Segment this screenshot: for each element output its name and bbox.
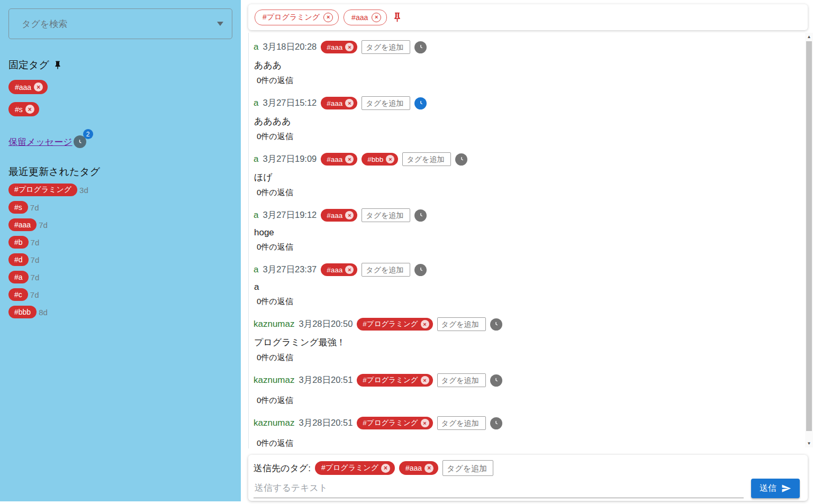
reply-count-link[interactable]: 0件の返信 <box>257 353 293 363</box>
message-add-tag-input[interactable] <box>362 208 410 222</box>
tag-chip[interactable]: #aaa <box>8 218 37 231</box>
message-timestamp: 3月28日20:50 <box>299 318 353 330</box>
schedule-clock-button[interactable] <box>490 318 502 331</box>
reply-count-link[interactable]: 0件の返信 <box>257 132 293 142</box>
tag-chip[interactable]: #プログラミング× <box>315 461 395 475</box>
remove-tag-icon[interactable]: × <box>345 155 354 163</box>
message-text-input[interactable] <box>254 481 744 498</box>
remove-tag-icon[interactable]: × <box>421 419 429 427</box>
remove-tag-icon[interactable]: × <box>372 13 381 22</box>
tag-chip[interactable]: #プログラミング <box>8 184 77 196</box>
recent-tag-row: #c7d <box>8 288 232 301</box>
scrollbar[interactable]: ▲ ▼ <box>805 33 813 447</box>
tag-chip[interactable]: #プログラミング× <box>357 417 432 429</box>
remove-tag-icon[interactable]: × <box>345 43 354 51</box>
tag-chip[interactable]: #d <box>8 253 29 266</box>
tag-chip[interactable]: #aaa× <box>321 153 357 166</box>
tag-chip[interactable]: #s <box>8 201 28 214</box>
tag-chip[interactable]: #aaa× <box>321 209 357 222</box>
scroll-up-arrow[interactable]: ▲ <box>805 33 813 41</box>
message-header: a3月27日19:09#aaa×#bbb× <box>254 152 805 166</box>
message: kaznumaz3月28日20:51#プログラミング×0件の返信 <box>254 373 805 406</box>
message-add-tag-input[interactable] <box>437 416 486 430</box>
message-add-tag-input[interactable] <box>402 152 451 166</box>
tag-chip[interactable]: #s× <box>8 102 39 116</box>
scroll-thumb[interactable] <box>806 41 812 431</box>
remove-tag-icon[interactable]: × <box>424 464 433 473</box>
tag-age-label: 7d <box>30 203 39 212</box>
remove-tag-icon[interactable]: × <box>421 320 429 328</box>
message-add-tag-input[interactable] <box>437 317 486 331</box>
tag-chip[interactable]: #bbb× <box>362 153 398 166</box>
message-body: ほげ <box>254 171 805 184</box>
tag-chip[interactable]: #プログラミング× <box>357 318 432 331</box>
message-timestamp: 3月18日20:28 <box>263 41 317 53</box>
remove-tag-icon[interactable]: × <box>381 464 390 473</box>
tag-search-select[interactable]: タグを検索 <box>8 8 232 39</box>
message-add-tag-input[interactable] <box>362 96 410 110</box>
tag-chip[interactable]: #aaa× <box>321 97 357 109</box>
remove-tag-icon[interactable]: × <box>421 376 429 384</box>
remove-tag-icon[interactable]: × <box>345 211 354 219</box>
tag-chip-label: #aaa <box>405 464 422 472</box>
reply-count-link[interactable]: 0件の返信 <box>257 438 293 448</box>
remove-tag-icon[interactable]: × <box>386 155 394 163</box>
reply-count-link[interactable]: 0件の返信 <box>257 297 293 307</box>
tag-chip-label: #a <box>14 273 23 281</box>
tag-chip[interactable]: #c <box>8 288 28 301</box>
message-username: a <box>254 154 258 164</box>
tag-age-label: 7d <box>30 290 39 299</box>
message-username: kaznumaz <box>254 418 294 428</box>
tag-chip[interactable]: #aaa× <box>399 461 438 475</box>
chevron-down-icon <box>217 22 223 26</box>
tag-chip[interactable]: #b <box>8 236 29 249</box>
tag-age-label: 7d <box>31 255 40 264</box>
recent-tag-row: #d7d <box>8 253 232 266</box>
schedule-clock-button[interactable] <box>414 209 427 222</box>
remove-tag-icon[interactable]: × <box>25 105 34 114</box>
schedule-clock-button[interactable] <box>490 417 502 429</box>
tag-chip[interactable]: #プログラミング× <box>357 374 432 387</box>
recent-tag-row: #b7d <box>8 236 232 249</box>
tag-chip-label: #aaa <box>327 43 342 51</box>
reply-count-link[interactable]: 0件の返信 <box>257 188 293 198</box>
message: a3月27日15:12#aaa×ああああ0件の返信 <box>254 96 805 142</box>
held-messages-count-badge: 2 <box>83 129 93 139</box>
reply-count-link[interactable]: 0件の返信 <box>257 76 293 86</box>
tag-chip[interactable]: #a <box>8 271 29 283</box>
message-body: ああああ <box>254 115 805 127</box>
schedule-clock-button[interactable] <box>414 264 427 276</box>
message-body: hoge <box>254 227 805 238</box>
message: a3月27日19:12#aaa×hoge0件の返信 <box>254 208 805 252</box>
held-messages-link[interactable]: 保留メッセージ <box>8 136 73 148</box>
remove-tag-icon[interactable]: × <box>323 13 333 22</box>
message-username: a <box>254 210 258 221</box>
tag-chip[interactable]: #プログラミング× <box>255 10 339 25</box>
tag-chip[interactable]: #aaa× <box>321 41 357 53</box>
tag-chip[interactable]: #aaa× <box>321 263 357 276</box>
message-add-tag-input[interactable] <box>362 263 410 277</box>
remove-tag-icon[interactable]: × <box>345 265 354 274</box>
tag-chip-label: #プログラミング <box>363 319 418 329</box>
remove-tag-icon[interactable]: × <box>345 99 354 107</box>
schedule-clock-button[interactable] <box>490 374 502 387</box>
tag-chip[interactable]: #aaa× <box>344 10 387 25</box>
scroll-down-arrow[interactable]: ▼ <box>805 439 813 447</box>
remove-tag-icon[interactable]: × <box>34 83 43 91</box>
message-add-tag-input[interactable] <box>362 40 410 54</box>
schedule-clock-button[interactable] <box>414 41 427 53</box>
schedule-clock-button[interactable] <box>414 97 427 109</box>
recent-tags-heading: 最近更新されたタグ <box>8 165 232 179</box>
send-icon <box>781 483 791 493</box>
composer-tags-label: 送信先のタグ: <box>254 462 311 474</box>
message-add-tag-input[interactable] <box>437 373 486 387</box>
tag-chip[interactable]: #aaa× <box>8 80 48 94</box>
reply-count-link[interactable]: 0件の返信 <box>257 396 293 406</box>
pin-filter-icon[interactable] <box>392 12 403 23</box>
send-button[interactable]: 送信 <box>751 479 800 498</box>
tag-chip[interactable]: #bbb <box>8 306 37 318</box>
reply-count-link[interactable]: 0件の返信 <box>257 242 293 252</box>
composer-add-tag-input[interactable] <box>442 460 493 476</box>
schedule-clock-button[interactable] <box>455 153 467 166</box>
recent-tags-list: #プログラミング3d#s7d#aaa7d#b7d#d7d#a7d#c7d#bbb… <box>8 184 232 318</box>
